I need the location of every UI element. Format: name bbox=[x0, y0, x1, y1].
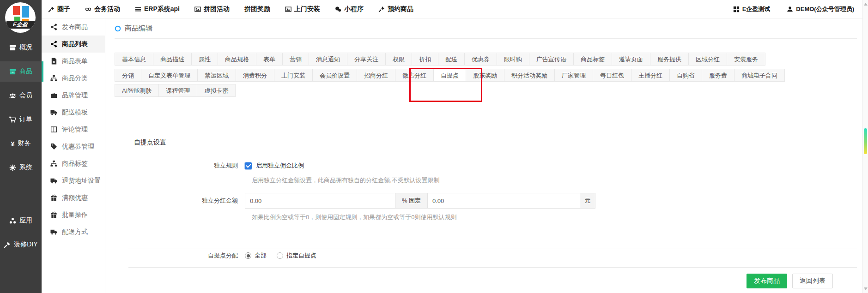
tab[interactable]: 商品规格 bbox=[218, 53, 256, 66]
tab[interactable]: 权限 bbox=[385, 53, 412, 66]
sidebar-item[interactable]: 装修DIY bbox=[0, 234, 42, 255]
submenu-item-label: 发布商品 bbox=[62, 23, 88, 31]
top-nav-label: 小程序 bbox=[344, 5, 364, 13]
account-item[interactable]: E企盈测试 bbox=[733, 5, 771, 13]
submenu-item[interactable]: 商品表单 bbox=[42, 53, 105, 70]
tag-icon bbox=[50, 143, 57, 150]
enable-commission-checkbox[interactable] bbox=[245, 162, 252, 169]
tab[interactable]: 积分活动奖励 bbox=[504, 69, 555, 82]
scroll-up-icon[interactable] bbox=[864, 3, 868, 6]
top-nav-item[interactable]: 预约商品 bbox=[378, 5, 413, 13]
percent-input[interactable] bbox=[245, 193, 395, 209]
tab[interactable]: 商品描述 bbox=[153, 53, 192, 66]
submenu-item[interactable]: 优惠券管理 bbox=[42, 138, 105, 155]
top-nav-item[interactable]: 拼团奖励 bbox=[244, 5, 270, 13]
tab[interactable]: 表单 bbox=[256, 53, 283, 66]
tab[interactable]: 基本信息 bbox=[115, 53, 153, 66]
tab[interactable]: 每日红包 bbox=[593, 69, 631, 82]
tab[interactable]: 商品标签 bbox=[573, 53, 612, 66]
tab[interactable]: 配送 bbox=[438, 53, 465, 66]
tab[interactable]: 上门安装 bbox=[274, 69, 313, 82]
submenu-item[interactable]: 批量操作 bbox=[42, 206, 105, 223]
tab[interactable]: 会员价设置 bbox=[312, 69, 357, 82]
submenu-item[interactable]: 发布商品 bbox=[42, 18, 105, 36]
tab[interactable]: 消息通知 bbox=[309, 53, 347, 66]
publish-product-button[interactable]: 发布商品 bbox=[747, 274, 787, 288]
radio-option[interactable]: 指定自提点 bbox=[277, 251, 316, 260]
submenu-item[interactable]: 商品列表 bbox=[42, 36, 105, 53]
tab[interactable]: 消费积分 bbox=[236, 69, 274, 82]
sidebar-item[interactable]: 概况 bbox=[0, 37, 42, 58]
tab[interactable]: 邀请页面 bbox=[612, 53, 650, 66]
tab[interactable]: 折扣 bbox=[412, 53, 438, 66]
image-icon bbox=[194, 6, 201, 12]
fixed-amount-input[interactable] bbox=[427, 193, 580, 209]
tab[interactable]: 厂家管理 bbox=[554, 69, 593, 82]
back-to-list-button[interactable]: 返回列表 bbox=[792, 274, 833, 288]
tab[interactable]: 属性 bbox=[191, 53, 218, 66]
top-nav-item[interactable]: 上门安装 bbox=[285, 5, 320, 13]
sidebar-item[interactable]: 会员 bbox=[0, 85, 42, 106]
top-nav-item[interactable]: 小程序 bbox=[335, 5, 364, 13]
tab[interactable]: 自提点 bbox=[433, 69, 466, 82]
tab[interactable]: 自定义表单管理 bbox=[141, 69, 198, 82]
submenu-item[interactable]: 品牌管理 bbox=[42, 87, 105, 104]
tab[interactable]: 主播分红 bbox=[631, 69, 670, 82]
gift-icon bbox=[50, 194, 57, 201]
tab[interactable]: 分销 bbox=[115, 69, 141, 82]
top-nav-item[interactable]: 圈子 bbox=[48, 5, 70, 13]
product-submenu: 发布商品 商品列表 商品表单 商品分类 品牌管理 配送模板 评论管理 bbox=[42, 18, 105, 293]
tab[interactable]: 营销 bbox=[282, 53, 309, 66]
sidebar-item-label: 订单 bbox=[19, 115, 32, 124]
scrollbar-thumb[interactable] bbox=[864, 128, 867, 154]
scroll-down-icon[interactable] bbox=[864, 287, 868, 290]
tab[interactable]: 优惠券 bbox=[464, 53, 497, 66]
sidebar-item[interactable]: 系统 bbox=[0, 157, 42, 178]
sidebar-item[interactable]: 应用 bbox=[0, 210, 42, 231]
tab[interactable]: 虚拟卡密 bbox=[197, 84, 236, 97]
submenu-item[interactable]: 配送模板 bbox=[42, 104, 105, 121]
tab[interactable]: 课程管理 bbox=[158, 84, 197, 97]
radio-icon[interactable] bbox=[277, 252, 283, 259]
submenu-item[interactable]: 商品标签 bbox=[42, 155, 105, 172]
submenu-item[interactable]: 满额优惠 bbox=[42, 189, 105, 206]
page-title-text: 商品编辑 bbox=[125, 24, 152, 33]
app-logo[interactable]: E企盈 bbox=[0, 0, 42, 36]
sidebar-item[interactable]: 订单 bbox=[0, 109, 42, 130]
page-scrollbar[interactable] bbox=[862, 0, 868, 293]
tab[interactable]: 服务提供 bbox=[650, 53, 689, 66]
tab[interactable]: 自购省 bbox=[669, 69, 702, 82]
submenu-item[interactable]: 配送方式 bbox=[42, 223, 105, 240]
account-label: E企盈测试 bbox=[742, 5, 771, 13]
tab[interactable]: 微店分红 bbox=[395, 69, 434, 82]
top-nav-item[interactable]: ERP系统api bbox=[135, 5, 180, 13]
sidebar-item[interactable]: 商品 bbox=[0, 61, 42, 82]
radio-option[interactable]: 全部 bbox=[245, 251, 267, 260]
submenu-item-label: 品牌管理 bbox=[62, 91, 88, 100]
submenu-item[interactable]: 评论管理 bbox=[42, 121, 105, 138]
radio-icon[interactable] bbox=[245, 252, 251, 259]
tab[interactable]: 服务费 bbox=[702, 69, 734, 82]
tab[interactable]: 分享关注 bbox=[347, 53, 386, 66]
tab[interactable]: 区域分红 bbox=[688, 53, 727, 66]
account-item[interactable]: DEMO(公众号管理员) bbox=[787, 5, 854, 13]
users-icon bbox=[9, 92, 16, 99]
tab[interactable]: 安装服务 bbox=[727, 53, 765, 66]
sidebar-item[interactable]: ¥ 财务 bbox=[0, 133, 42, 154]
tab[interactable]: 广告宣传语 bbox=[529, 53, 574, 66]
tab[interactable]: 商城电子合同 bbox=[734, 69, 785, 82]
tab-label: 安装服务 bbox=[734, 56, 758, 63]
tab[interactable]: 限时购 bbox=[497, 53, 529, 66]
tab[interactable]: 禁运区域 bbox=[197, 69, 236, 82]
allocation-label: 自提点分配 bbox=[105, 251, 245, 260]
top-nav-item[interactable]: 会务活动 bbox=[85, 5, 120, 13]
tab[interactable]: 股东奖励 bbox=[466, 69, 504, 82]
top-nav-item[interactable]: 拼团活动 bbox=[194, 5, 230, 13]
tab[interactable]: AI智能测肤 bbox=[115, 84, 159, 97]
submenu-item[interactable]: 商品分类 bbox=[42, 70, 105, 87]
tab-label: 邀请页面 bbox=[619, 56, 643, 63]
checkbox-label[interactable]: 启用独立佣金比例 bbox=[256, 161, 304, 170]
tab-label: 会员价设置 bbox=[320, 72, 350, 79]
submenu-item[interactable]: 退货地址设置 bbox=[42, 172, 105, 189]
tab[interactable]: 招商分红 bbox=[357, 69, 395, 82]
